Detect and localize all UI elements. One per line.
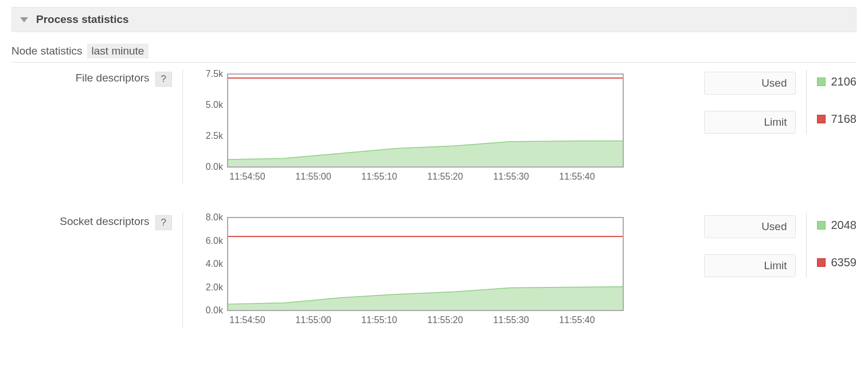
chart-title-text: File descriptors	[76, 72, 150, 84]
svg-text:11:55:40: 11:55:40	[559, 172, 595, 181]
legend-value-text: 2048	[831, 219, 857, 232]
help-icon[interactable]: ?	[155, 72, 172, 87]
svg-text:11:54:50: 11:54:50	[229, 315, 265, 325]
svg-text:5.0k: 5.0k	[206, 100, 224, 110]
vertical-separator	[182, 69, 183, 184]
legend-value-limit: 6359	[817, 256, 857, 269]
svg-text:11:55:30: 11:55:30	[493, 172, 529, 181]
legend-value-used: 2106	[817, 75, 857, 88]
svg-text:0.0k: 0.0k	[206, 162, 224, 172]
svg-text:8.0k: 8.0k	[206, 213, 224, 222]
subheader-label: Node statistics	[11, 45, 83, 57]
legend-value-text: 7168	[831, 112, 857, 126]
svg-text:2.0k: 2.0k	[206, 282, 224, 292]
vertical-separator	[806, 69, 807, 134]
legend-button-limit[interactable]: Limit	[704, 254, 796, 277]
chevron-down-icon	[20, 17, 28, 22]
svg-text:11:55:10: 11:55:10	[361, 315, 397, 325]
swatch-icon	[817, 258, 826, 267]
chart-plot-file-descriptors: 0.0k2.5k5.0k7.5k11:54:5011:55:0011:55:10…	[193, 69, 629, 184]
swatch-icon	[817, 77, 826, 86]
svg-text:11:55:10: 11:55:10	[361, 172, 397, 181]
svg-text:2.5k: 2.5k	[206, 131, 224, 141]
svg-text:11:55:40: 11:55:40	[559, 315, 595, 325]
svg-text:11:55:20: 11:55:20	[427, 315, 463, 325]
section-title: Process statistics	[36, 13, 129, 26]
svg-text:11:55:00: 11:55:00	[295, 315, 331, 325]
legend: Used Limit 2048 6359	[704, 213, 857, 277]
legend-button-limit[interactable]: Limit	[704, 111, 796, 134]
help-icon[interactable]: ?	[155, 215, 172, 230]
chart-row-socket-descriptors: Socket descriptors ? 0.0k2.0k4.0k6.0k8.0…	[11, 213, 857, 328]
legend-value-used: 2048	[817, 219, 857, 232]
legend-value-text: 2106	[831, 75, 857, 88]
swatch-icon	[817, 221, 826, 230]
vertical-separator	[182, 213, 183, 328]
legend-button-used[interactable]: Used	[704, 72, 796, 95]
chart-plot-socket-descriptors: 0.0k2.0k4.0k6.0k8.0k11:54:5011:55:0011:5…	[193, 213, 629, 328]
svg-text:11:55:20: 11:55:20	[427, 172, 463, 181]
subheader: Node statistics last minute	[11, 44, 857, 63]
legend: Used Limit 2106 7168	[704, 69, 857, 134]
vertical-separator	[806, 213, 807, 277]
time-range-selector[interactable]: last minute	[87, 44, 149, 59]
swatch-icon	[817, 115, 826, 123]
svg-text:7.5k: 7.5k	[206, 69, 224, 79]
svg-text:4.0k: 4.0k	[206, 259, 224, 269]
chart-title-text: Socket descriptors	[60, 215, 149, 228]
legend-button-used[interactable]: Used	[704, 215, 796, 238]
chart-row-file-descriptors: File descriptors ? 0.0k2.5k5.0k7.5k11:54…	[11, 69, 857, 184]
svg-text:6.0k: 6.0k	[206, 236, 224, 246]
svg-text:11:55:00: 11:55:00	[295, 172, 331, 181]
chart-label: File descriptors ?	[11, 69, 178, 87]
chart-label: Socket descriptors ?	[11, 213, 178, 230]
svg-text:11:55:30: 11:55:30	[493, 315, 529, 325]
section-header[interactable]: Process statistics	[11, 7, 857, 32]
svg-text:0.0k: 0.0k	[206, 305, 224, 315]
legend-value-limit: 7168	[817, 112, 857, 126]
svg-text:11:54:50: 11:54:50	[229, 172, 265, 181]
legend-value-text: 6359	[831, 256, 857, 269]
